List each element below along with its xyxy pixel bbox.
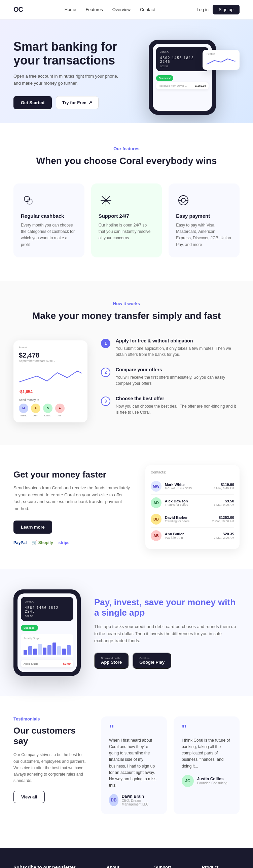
contacts-card: Contacts: MW Mark White MCI return me $6… — [145, 465, 240, 549]
gmf-section: Get your money faster Send invoices from… — [0, 445, 253, 569]
try-free-button[interactable]: Try for Free ↗ — [56, 96, 99, 109]
testi-card-2: " I think Coral is the future of banking… — [174, 716, 240, 814]
testi-left: Testimonials Our customers say Our Compa… — [13, 716, 87, 803]
activity-label: Activity Graph — [24, 637, 71, 640]
bar-1 — [28, 646, 32, 655]
testi-role-2: Founder, Consulting — [197, 781, 227, 785]
hiw-app-card: Annual $2,478 September forecast $2,012 … — [13, 340, 87, 423]
bar-4 — [43, 648, 47, 655]
hiw-label: How it works — [13, 301, 240, 306]
received-amount-card: Received from David B. $1253.00 — [156, 82, 208, 89]
testi-cards: " When I first heard about Coral and how… — [101, 716, 240, 814]
avatar-ann: A Ann — [31, 404, 40, 417]
testi-avatar-2: JC — [182, 775, 194, 787]
hiw-send-label: Send money to — [19, 398, 82, 402]
hiw-step-1: 1 Apply for free & without obligation Yo… — [101, 338, 240, 358]
pi-description: This app tracks your credit and debit ca… — [94, 623, 240, 644]
received-amount: $1253.00 — [195, 84, 206, 87]
gmf-learn-more[interactable]: Learn more — [13, 521, 52, 534]
svg-point-6 — [105, 199, 107, 202]
footer-about: About Our story Benefits Team — [107, 865, 144, 868]
step-title-2: Compare your offers — [116, 367, 240, 372]
gmf-description: Send invoices from Coral and receive the… — [13, 485, 132, 513]
step-num-1: 1 — [101, 339, 110, 348]
avatar-mark: M Mark — [19, 404, 28, 417]
step-num-2: 2 — [101, 368, 110, 377]
get-started-button[interactable]: Get Started — [13, 96, 52, 109]
footer-newsletter: Subscribe to our newsletter Join to rece… — [13, 865, 96, 868]
hiw-inner: Annual $2,478 September forecast $2,012 … — [13, 338, 240, 425]
pi-section: John A. 4562 1456 1812 2245 $02.59 Succe… — [0, 569, 253, 696]
pi-content: Pay, invest, save your money with a sing… — [94, 597, 240, 669]
card-balance: $02.59 — [160, 65, 204, 68]
payment-desc: Easy to pay with Visa, Mastercard, Ameri… — [176, 222, 232, 248]
feature-cashback: Regular cashback Every month you can cho… — [13, 184, 84, 257]
nav-home[interactable]: Home — [64, 7, 76, 12]
contact-avatar-alex: AD — [151, 497, 162, 508]
stripe-logo: stripe — [59, 540, 69, 545]
step-title-3: Choose the best offer — [116, 396, 240, 401]
cashback-icon — [21, 193, 36, 208]
contacts-label: Contacts: — [151, 470, 234, 474]
feature-support: Support 24/7 Our hotline is open 24/7 so… — [91, 184, 162, 257]
testi-name-2: Justin Collins — [197, 777, 227, 781]
hiw-stat-sub: September forecast $2,012 — [19, 359, 82, 363]
nav-overview[interactable]: Overview — [112, 7, 131, 12]
nav-contact[interactable]: Contact — [140, 7, 155, 12]
hiw-avatars: M Mark A Ann D David A A — [19, 404, 82, 417]
hero-description: Open a free account in minutes right fro… — [13, 73, 121, 87]
payment-icon — [176, 193, 191, 208]
status-float-card: Status — [202, 50, 240, 70]
avatar-ann2: A Ann — [55, 404, 64, 417]
contact-avatar-ann: AB — [151, 530, 162, 541]
store-buttons: Download on the App Store Get it on Goog… — [94, 653, 240, 669]
card-number: 4562 1456 1812 2245 — [160, 56, 204, 63]
contact-alex: AD Alex Dawson Thanks for coffee $9.50 3… — [151, 495, 234, 511]
shopify-logo: 🛒 Shopify — [32, 540, 53, 545]
testi-role-1: CEO, Dream Management LLC. — [122, 799, 159, 806]
support-icon — [99, 193, 113, 208]
step-num-3: 3 — [101, 397, 110, 406]
arrow-icon: ↗ — [88, 100, 92, 105]
testi-name-1: Dawn Brain — [122, 794, 159, 799]
login-button[interactable]: Log in — [196, 7, 208, 12]
app-store-button[interactable]: Download on the App Store — [94, 653, 129, 669]
hiw-annual-label: Annual — [19, 346, 82, 349]
hiw-step-3: 3 Choose the best offer Now you can choo… — [101, 396, 240, 415]
testi-title: Our customers say — [13, 725, 87, 746]
quote-icon-1: " — [109, 724, 159, 733]
signup-button[interactable]: Sign up — [213, 5, 240, 14]
hero-phone-wrapper: John A. 4562 1456 1812 2245 $02.59 Succe… — [125, 40, 240, 115]
hiw-title: Make your money transfer simply and fast — [13, 310, 240, 321]
testi-card-1: " When I first heard about Coral and how… — [101, 716, 167, 814]
contact-avatar-david: DB — [151, 514, 162, 525]
quote-icon-2: " — [182, 724, 231, 733]
phone-card: John A. 4562 1456 1812 2245 $02.59 — [156, 47, 208, 71]
testi-header: Testimonials Our customers say Our Compa… — [13, 716, 240, 814]
hero-content: Smart banking for your transactions Open… — [13, 40, 121, 123]
pi-phone-mock: John A. 4562 1456 1812 2245 $02.59 Succe… — [13, 589, 81, 676]
google-play-button[interactable]: Get it on Google Play — [133, 653, 171, 669]
features-label: Our features — [13, 146, 240, 151]
bar-5 — [48, 645, 51, 655]
features-grid: Regular cashback Every month you can cho… — [13, 184, 240, 257]
bar-0 — [24, 650, 27, 655]
testi-text-2: I think Coral is the future of banking, … — [182, 737, 231, 770]
pi-headline: Pay, invest, save your money with a sing… — [94, 597, 240, 618]
footer-product: Product Private Equity Venture Capital C… — [202, 865, 240, 868]
testi-label: Testimonials — [13, 716, 87, 721]
features-section: Our features When you choose Coral every… — [0, 123, 253, 281]
cashback-desc: Every month you can choose the categorie… — [21, 222, 77, 248]
footer: Subscribe to our newsletter Join to rece… — [0, 848, 253, 868]
cashback-title: Regular cashback — [21, 213, 77, 219]
testimonials-section: Testimonials Our customers say Our Compa… — [0, 696, 253, 848]
hiw-neg-amount: -$1,654 — [19, 390, 82, 394]
bar-6 — [53, 643, 56, 655]
hiw-phone: Annual $2,478 September forecast $2,012 … — [13, 340, 87, 423]
nav-actions: Log in Sign up — [196, 5, 240, 14]
hiw-stat-amount: $2,478 — [19, 351, 82, 359]
view-all-button[interactable]: View all — [13, 791, 45, 803]
nav-features[interactable]: Features — [85, 7, 103, 12]
testi-desc: Our Company strives to be the best for o… — [13, 752, 87, 784]
pi-mini-card: Apple Music -$9.99 — [21, 660, 73, 668]
